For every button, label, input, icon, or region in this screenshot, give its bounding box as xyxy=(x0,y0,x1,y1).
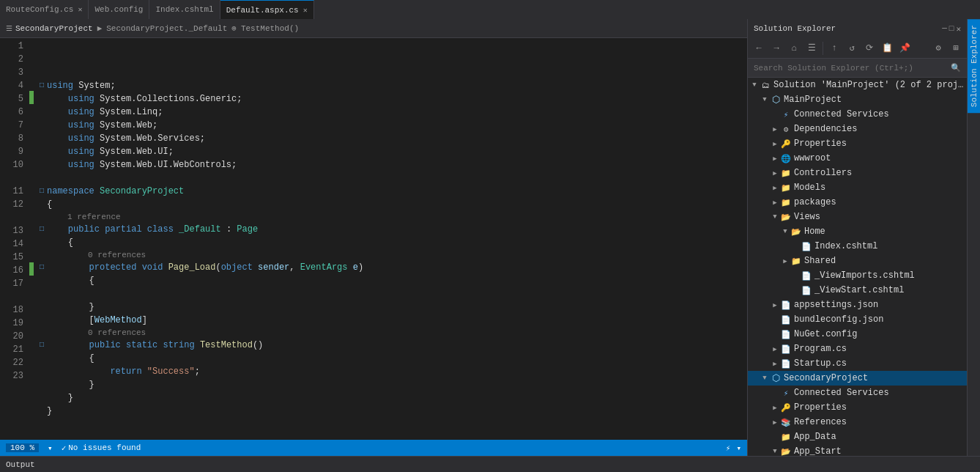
code-ref-hint-2[interactable]: 0 references xyxy=(34,249,747,261)
tree-secondaryproject[interactable]: ▼ ⬡ SecondaryProject xyxy=(748,371,967,386)
tree-sec-connected-services[interactable]: ▶ ⚡ Connected Services xyxy=(748,386,967,400)
tree-main-wwwroot-label: wwwroot xyxy=(794,153,831,163)
toolbar-up-btn[interactable]: ↑ xyxy=(826,40,842,56)
programcs-expand: ▶ xyxy=(770,344,780,354)
toolbar-home-btn[interactable]: ⌂ xyxy=(786,40,802,56)
tab-webconfig[interactable]: Web.config xyxy=(89,0,149,19)
tree-main-wwwroot[interactable]: ▶ 🌐 wwwroot xyxy=(748,151,967,166)
toolbar-back-btn[interactable]: ← xyxy=(751,40,767,56)
no-issues-label: No issues found xyxy=(68,443,141,452)
tree-programcs-label: Program.cs xyxy=(794,344,847,354)
tree-programcs[interactable]: ▶ 📄 Program.cs xyxy=(748,342,967,356)
secondaryproject-icon: ⬡ xyxy=(770,372,782,384)
code-line-8 xyxy=(34,172,747,185)
tree-sec-appdata-label: App_Data xyxy=(794,432,836,442)
tab-webconfig-label: Web.config xyxy=(94,5,143,14)
code-line-21: } xyxy=(34,378,747,391)
code-line-23: } xyxy=(34,405,747,418)
tree-home-index-label: Index.cshtml xyxy=(814,241,877,251)
tab-index[interactable]: Index.cshtml xyxy=(149,0,220,19)
main-connected-icon: ⚡ xyxy=(780,108,792,120)
tab-default-label: Default.aspx.cs xyxy=(226,6,299,15)
tree-sec-appdata[interactable]: ▶ 📁 App_Data xyxy=(748,429,967,444)
se-maximize-btn[interactable]: □ xyxy=(949,24,954,34)
tree-mainproject[interactable]: ▼ ⬡ MainProject xyxy=(748,92,967,107)
se-search-input[interactable] xyxy=(754,64,951,73)
status-nav-icon[interactable]: ⚡ xyxy=(726,443,731,453)
tree-sec-references-label: References xyxy=(794,417,847,427)
se-close-btn[interactable]: ✕ xyxy=(956,24,961,34)
tree-views-home-label: Home xyxy=(804,226,825,237)
main-area: ☰ SecondaryProject ▶ SecondaryProject._D… xyxy=(0,19,980,456)
editor-method-name: TestMethod() xyxy=(241,24,299,33)
code-line-19: { xyxy=(34,352,747,365)
tree-nugetconfig[interactable]: ▶ 📄 NuGet.config xyxy=(748,327,967,342)
se-tree[interactable]: ▼ 🗂 Solution 'MainProject' (2 of 2 proje… xyxy=(748,78,967,456)
toolbar-clip-btn[interactable]: 📋 xyxy=(879,40,895,56)
line-numbers: 1 2 3 4 5 6 7 8 9 10 · 11 12 · 13 14 15 … xyxy=(0,38,29,440)
status-arrow[interactable]: ▾ xyxy=(736,443,741,453)
zoom-level[interactable]: 100 % xyxy=(6,443,39,452)
tree-sec-properties-label: Properties xyxy=(794,402,847,413)
code-line-20: return "Success"; xyxy=(34,365,747,378)
solution-collapse-icon: ▼ xyxy=(749,80,760,90)
tree-sec-appstart[interactable]: ▼ 📂 App_Start xyxy=(748,444,967,456)
tree-views-shared[interactable]: ▶ 📁 Shared xyxy=(748,254,967,268)
tree-solution[interactable]: ▼ 🗂 Solution 'MainProject' (2 of 2 proje… xyxy=(748,78,967,92)
tree-sec-references[interactable]: ▶ 📚 References xyxy=(748,415,967,429)
tree-home-index[interactable]: ▶ 📄 Index.cshtml xyxy=(748,239,967,254)
toolbar-forward-btn[interactable]: → xyxy=(768,40,784,56)
home-folder-icon: 📂 xyxy=(790,226,802,237)
sec-properties-expand: ▶ xyxy=(770,402,780,413)
tree-main-properties[interactable]: ▶ 🔑 Properties xyxy=(748,136,967,151)
code-line-6: using System.Web.UI; xyxy=(34,145,747,158)
dependencies-expand: ▶ xyxy=(770,124,780,134)
tree-appsettings[interactable]: ▶ 📄 appsettings.json xyxy=(748,298,967,312)
toolbar-menu-btn[interactable]: ☰ xyxy=(803,40,820,56)
mainproject-collapse-icon: ▼ xyxy=(760,95,770,105)
toolbar-expand-btn[interactable]: ⊞ xyxy=(948,40,964,56)
tree-main-views[interactable]: ▼ 📂 Views xyxy=(748,210,967,224)
tree-viewimports[interactable]: ▶ 📄 _ViewImports.cshtml xyxy=(748,268,967,283)
tree-main-controllers[interactable]: ▶ 📁 Controllers xyxy=(748,166,967,180)
editor-area: ☰ SecondaryProject ▶ SecondaryProject._D… xyxy=(0,19,747,456)
tree-nugetconfig-label: NuGet.config xyxy=(794,329,857,339)
vertical-tab-solution-explorer[interactable]: Solution Explorer xyxy=(968,19,980,113)
tree-viewstart[interactable]: ▶ 📄 _ViewStart.cshtml xyxy=(748,283,967,298)
dependencies-icon: ⚙ xyxy=(780,123,792,135)
toolbar-pin-btn[interactable]: 📌 xyxy=(897,40,913,56)
tab-default[interactable]: Default.aspx.cs ✕ xyxy=(220,0,314,19)
toolbar-settings-btn[interactable]: ⚙ xyxy=(930,40,946,56)
sec-appstart-collapse: ▼ xyxy=(770,446,780,456)
tree-views-home[interactable]: ▼ 📂 Home xyxy=(748,224,967,239)
tree-startupcs-label: Startup.cs xyxy=(794,358,847,369)
toolbar-refresh2-btn[interactable]: ⟳ xyxy=(861,40,877,56)
tree-viewimports-label: _ViewImports.cshtml xyxy=(814,270,915,281)
code-line-3: using System.Linq; xyxy=(34,106,747,119)
code-line-5: using System.Web.Services; xyxy=(34,132,747,145)
tab-routeconfig-close[interactable]: ✕ xyxy=(78,5,82,14)
toolbar-refresh-btn[interactable]: ↺ xyxy=(844,40,860,56)
tree-sec-connected-label: Connected Services xyxy=(794,388,889,398)
code-line-14: { xyxy=(34,274,747,287)
code-line-12: { xyxy=(34,236,747,249)
editor-content: 1 2 3 4 5 6 7 8 9 10 · 11 12 · 13 14 15 … xyxy=(0,38,747,440)
models-folder-icon: 📁 xyxy=(780,182,792,193)
tab-routeconfig[interactable]: RouteConfig.cs ✕ xyxy=(0,0,89,19)
tree-main-connected-services[interactable]: ▶ ⚡ Connected Services xyxy=(748,107,967,122)
solution-explorer: Solution Explorer ─ □ ✕ ← → ⌂ ☰ ↑ ↺ ⟳ 📋 … xyxy=(747,19,967,456)
code-area[interactable]: □ using System; using System.Collections… xyxy=(34,38,747,440)
tree-bundleconfig[interactable]: ▶ 📄 bundleconfig.json xyxy=(748,312,967,327)
se-minimize-btn[interactable]: ─ xyxy=(942,24,947,34)
sec-properties-icon: 🔑 xyxy=(780,402,792,413)
tree-main-packages[interactable]: ▶ 📁 packages xyxy=(748,195,967,210)
tab-routeconfig-label: RouteConfig.cs xyxy=(6,5,73,14)
tree-startupcs[interactable]: ▶ 📄 Startup.cs xyxy=(748,356,967,371)
code-ref-hint-3[interactable]: 0 references xyxy=(34,327,747,339)
code-ref-hint-1[interactable]: 1 reference xyxy=(34,211,747,223)
tree-main-dependencies[interactable]: ▶ ⚙ Dependencies xyxy=(748,122,967,136)
tree-main-models[interactable]: ▶ 📁 Models xyxy=(748,180,967,195)
appdata-folder-icon: 📁 xyxy=(780,431,792,443)
tree-sec-properties[interactable]: ▶ 🔑 Properties xyxy=(748,400,967,415)
tab-default-close[interactable]: ✕ xyxy=(303,6,308,15)
